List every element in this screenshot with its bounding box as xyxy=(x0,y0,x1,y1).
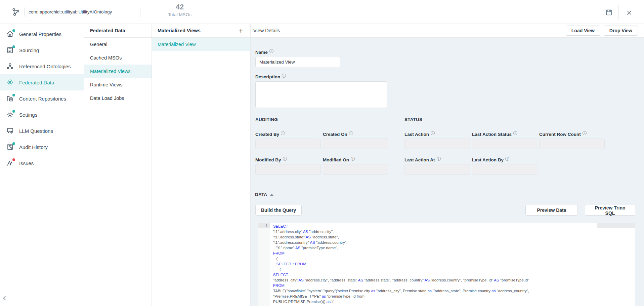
code-line: FROM xyxy=(273,251,635,256)
code-line: "address_city" AS "address.city", "addre… xyxy=(273,277,635,283)
sidebar-item-federated-data[interactable]: Federated Data xyxy=(0,74,84,90)
sidebar-item-general-properties[interactable]: General Properties xyxy=(0,26,84,42)
info-icon xyxy=(505,157,509,161)
last-action-at-label: Last Action At xyxy=(404,157,441,162)
status-section-title: STATUS xyxy=(404,117,422,122)
total-msos-label: Total MSOs xyxy=(161,12,199,17)
code-line: PUBLIC.PREMISE Premise'))) as 't' xyxy=(273,299,635,304)
collapse-caret-icon xyxy=(270,194,273,196)
info-icon xyxy=(437,157,441,161)
code-line: "t1".address.city" AS "address.city", xyxy=(273,229,635,234)
materialized-views-list: Materialized View xyxy=(152,38,250,51)
llm-questions-icon xyxy=(6,127,14,135)
code-line: ( xyxy=(273,267,635,272)
materialized-views-panel: Materialized Views + Materialized View xyxy=(152,24,251,306)
code-line: "t1".name" AS "premiseType.name", xyxy=(273,245,635,251)
badge-dot xyxy=(12,110,15,113)
drop-view-button[interactable]: Drop View xyxy=(604,26,638,36)
federated-data-icon xyxy=(6,78,14,86)
code-line: SELECT xyxy=(273,272,635,277)
audit-history-icon xyxy=(6,143,14,151)
sql-query-editor[interactable]: 1 SELECT"t1".address.city" AS "address.c… xyxy=(258,223,635,306)
sidebar-item-llm-questions[interactable]: LLM Questions xyxy=(0,123,84,139)
sidebar-item-label: General Properties xyxy=(19,31,61,37)
settings-icon xyxy=(6,111,14,119)
preview-trino-sql-button[interactable]: Preview Trino SQL xyxy=(585,205,635,216)
auditing-section-title: AUDITING xyxy=(255,117,278,122)
sidebar-item-label: Sourcing xyxy=(19,47,39,53)
code-line: SELECT xyxy=(273,224,635,229)
last-action-by-field xyxy=(472,164,537,175)
code-line: FROM xyxy=(273,283,635,288)
info-icon xyxy=(282,74,286,78)
editor-scrollbar[interactable] xyxy=(597,223,635,228)
build-query-button[interactable]: Build the Query xyxy=(255,205,302,216)
nav-item-runtime-views[interactable]: Runtime Views xyxy=(84,78,152,91)
editor-line-number-gutter: 1 xyxy=(258,223,270,306)
current-row-count-field xyxy=(539,139,605,149)
info-icon xyxy=(583,131,587,135)
ontologies-icon xyxy=(6,62,14,70)
view-details-header: View Details Load View Drop View xyxy=(251,24,644,38)
preview-data-button[interactable]: Preview Data xyxy=(525,205,578,216)
modified-by-field xyxy=(255,164,321,175)
save-icon[interactable] xyxy=(605,8,613,16)
description-textarea[interactable] xyxy=(255,81,387,108)
badge-dot xyxy=(12,45,15,48)
federated-data-list: GeneralCached MSOsMaterialized ViewsRunt… xyxy=(84,38,152,105)
sidebar-item-sourcing[interactable]: Sourcing xyxy=(0,42,84,58)
sidebar-item-issues[interactable]: Issues xyxy=(0,155,84,171)
sql-code-area[interactable]: SELECT"t1".address.city" AS "address.cit… xyxy=(270,223,635,306)
sidebar-item-label: Referenced Ontologies xyxy=(19,64,71,69)
nav-item-cached-msos[interactable]: Cached MSOs xyxy=(84,51,152,65)
ontology-graph-icon xyxy=(11,7,20,17)
name-label: Name xyxy=(255,50,273,55)
modified-by-label: Modified By xyxy=(255,157,287,162)
created-by-label: Created By xyxy=(255,132,285,137)
last-action-status-label: Last Action Status xyxy=(472,132,517,137)
repositories-icon xyxy=(6,94,14,103)
badge-dot xyxy=(12,142,15,145)
sidebar-item-referenced-ontologies[interactable]: Referenced Ontologies xyxy=(0,58,84,74)
view-details-content: Name Description AUDITING STATUS Created… xyxy=(251,38,644,306)
code-line: "t1".address.country" AS "address.countr… xyxy=(273,240,635,245)
code-line: TABLE("snowflake"."system"."query"('sele… xyxy=(273,288,635,294)
list-item-materialized-view[interactable]: Materialized View xyxy=(152,38,250,51)
last-action-field xyxy=(404,139,470,149)
sidebar-item-label: Content Repositories xyxy=(19,96,66,102)
badge-dot xyxy=(12,158,15,161)
load-view-button[interactable]: Load View xyxy=(566,26,600,36)
info-icon xyxy=(269,49,273,53)
badge-dot xyxy=(12,94,15,97)
info-icon xyxy=(431,131,435,135)
add-view-button[interactable]: + xyxy=(239,27,243,34)
line-number: 1 xyxy=(258,223,270,228)
last-action-label: Last Action xyxy=(404,132,435,137)
sidebar-item-content-repositories[interactable]: Content Repositories xyxy=(0,90,84,107)
sidebar-item-label: Settings xyxy=(19,112,37,118)
code-line: ( xyxy=(273,256,635,261)
total-msos-value: 42 xyxy=(161,3,199,11)
sidebar-item-label: LLM Questions xyxy=(19,128,53,134)
data-section-title: DATA xyxy=(255,192,267,197)
federated-data-panel: Federated Data GeneralCached MSOsMateria… xyxy=(84,24,152,306)
code-line: SELECT * FROM xyxy=(273,261,635,267)
data-section-toggle[interactable]: DATA xyxy=(255,192,273,197)
code-line: "t1".address.state" AS "address.state", xyxy=(273,234,635,240)
close-icon[interactable] xyxy=(625,9,633,17)
federated-data-panel-title: Federated Data xyxy=(84,24,152,38)
last-action-at-field xyxy=(404,164,470,175)
info-icon xyxy=(351,157,355,161)
created-on-field xyxy=(323,139,388,149)
ontology-name-input[interactable] xyxy=(25,7,140,17)
nav-item-materialized-views[interactable]: Materialized Views xyxy=(84,65,152,78)
nav-item-data-load-jobs[interactable]: Data Load Jobs xyxy=(84,91,152,105)
sourcing-icon xyxy=(6,46,14,54)
topbar-divider xyxy=(618,5,619,19)
nav-item-general[interactable]: General xyxy=(84,38,152,51)
name-input[interactable] xyxy=(255,57,340,67)
current-row-count-label: Current Row Count xyxy=(539,132,587,137)
sidebar-item-settings[interactable]: Settings xyxy=(0,107,84,123)
issues-icon xyxy=(6,159,14,167)
sidebar-item-audit-history[interactable]: Audit History xyxy=(0,139,84,155)
